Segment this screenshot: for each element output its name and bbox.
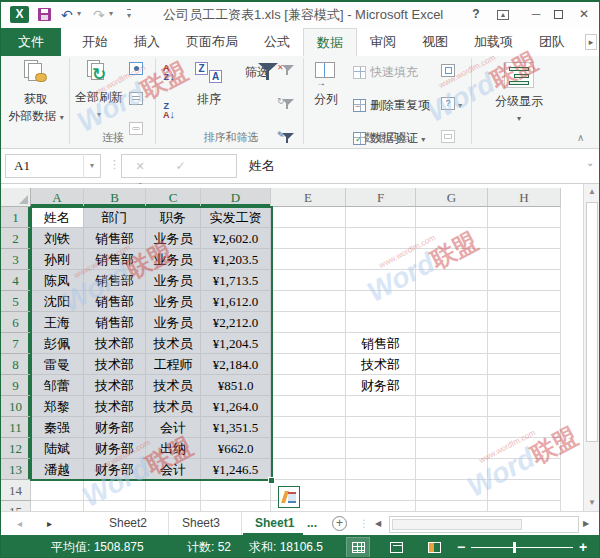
cell-H3[interactable] xyxy=(488,249,561,270)
row-header-7[interactable]: 7 xyxy=(1,333,31,354)
zoom-in-button[interactable]: + xyxy=(579,535,587,558)
ribbon-display-options-icon[interactable]: ▲ xyxy=(497,10,509,20)
cell-E12[interactable] xyxy=(271,438,346,459)
cell-E10[interactable] xyxy=(271,396,346,417)
ribbon-tab-8[interactable]: 加载项 xyxy=(461,28,526,56)
vertical-scrollbar[interactable]: ▲ ▼ xyxy=(583,184,599,511)
cell-F5[interactable] xyxy=(346,291,416,312)
sheet-nav-next-icon[interactable]: ▸ xyxy=(47,512,52,536)
row-header-2[interactable]: 2 xyxy=(1,228,31,249)
cell-D2[interactable]: ¥2,602.0 xyxy=(201,228,271,249)
column-header-C[interactable]: C xyxy=(146,188,201,207)
page-break-view-button[interactable] xyxy=(423,538,445,557)
cell-H4[interactable] xyxy=(488,270,561,291)
cell-D7[interactable]: ¥1,204.5 xyxy=(201,333,271,354)
cell-C7[interactable]: 技术员 xyxy=(146,333,201,354)
formula-bar-splitter[interactable]: ⋮ xyxy=(109,158,120,171)
row-header-14[interactable]: 14 xyxy=(1,480,31,501)
cell-A6[interactable]: 王海 xyxy=(31,312,84,333)
hscroll-left-icon[interactable]: ◀ xyxy=(375,512,381,536)
row-header-3[interactable]: 3 xyxy=(1,249,31,270)
horizontal-scrollbar[interactable] xyxy=(389,516,579,533)
cell-A8[interactable]: 雷曼 xyxy=(31,354,84,375)
flash-fill-button[interactable]: 快速填充 xyxy=(353,64,418,81)
cell-F12[interactable] xyxy=(346,438,416,459)
cell-B13[interactable]: 财务部 xyxy=(84,459,146,480)
cell-E1[interactable] xyxy=(271,207,346,228)
cell-F11[interactable] xyxy=(346,417,416,438)
sort-descending-button[interactable]: ZA↓ xyxy=(163,102,175,121)
row-header-1[interactable]: 1 xyxy=(1,207,31,228)
cell-G8[interactable] xyxy=(416,354,488,375)
cell-F9[interactable]: 财务部 xyxy=(346,375,416,396)
zoom-slider-thumb[interactable] xyxy=(513,542,516,553)
redo-icon[interactable]: ↷ xyxy=(93,2,105,28)
cell-H8[interactable] xyxy=(488,354,561,375)
sheet-tab-active[interactable]: Sheet1 xyxy=(243,512,303,535)
cell-C9[interactable]: 技术员 xyxy=(146,375,201,396)
page-layout-view-button[interactable] xyxy=(385,538,407,557)
zoom-out-button[interactable]: − xyxy=(457,535,465,558)
cell-G15[interactable] xyxy=(416,501,488,511)
enter-icon[interactable]: ✓ xyxy=(162,155,198,177)
column-header-F[interactable]: F xyxy=(346,188,416,207)
cell-E5[interactable] xyxy=(271,291,346,312)
cell-A2[interactable]: 刘铁 xyxy=(31,228,84,249)
cell-D5[interactable]: ¥1,612.0 xyxy=(201,291,271,312)
close-button[interactable]: ✕ xyxy=(575,2,593,26)
get-external-data-button[interactable]: 获取 外部数据 ▾ xyxy=(7,60,65,125)
cell-A5[interactable]: 沈阳 xyxy=(31,291,84,312)
sheet-nav-prev-icon[interactable]: ◂ xyxy=(17,512,22,536)
cell-B7[interactable]: 技术部 xyxy=(84,333,146,354)
cell-D12[interactable]: ¥662.0 xyxy=(201,438,271,459)
column-header-D[interactable]: D xyxy=(201,188,271,207)
cell-A3[interactable]: 孙刚 xyxy=(31,249,84,270)
cell-H9[interactable] xyxy=(488,375,561,396)
cell-C5[interactable]: 业务员 xyxy=(146,291,201,312)
cell-E8[interactable] xyxy=(271,354,346,375)
cell-D9[interactable]: ¥851.0 xyxy=(201,375,271,396)
row-header-4[interactable]: 4 xyxy=(1,270,31,291)
cell-H15[interactable] xyxy=(488,501,561,511)
cell-H10[interactable] xyxy=(488,396,561,417)
ribbon-tab-5[interactable]: 数据 xyxy=(303,28,357,56)
cell-G14[interactable] xyxy=(416,480,488,501)
cell-B12[interactable]: 财务部 xyxy=(84,438,146,459)
new-sheet-button[interactable]: + xyxy=(332,516,347,531)
minimize-button[interactable]: ─ xyxy=(527,2,545,26)
cell-C3[interactable]: 业务员 xyxy=(146,249,201,270)
expand-formula-bar-icon[interactable]: ⌄ xyxy=(586,157,594,168)
cell-D4[interactable]: ¥1,713.5 xyxy=(201,270,271,291)
cell-C8[interactable]: 工程师 xyxy=(146,354,201,375)
cell-D10[interactable]: ¥1,264.0 xyxy=(201,396,271,417)
cell-G3[interactable] xyxy=(416,249,488,270)
row-header-13[interactable]: 13 xyxy=(1,459,31,480)
cell-A10[interactable]: 郑黎 xyxy=(31,396,84,417)
cell-C6[interactable]: 业务员 xyxy=(146,312,201,333)
row-header-8[interactable]: 8 xyxy=(1,354,31,375)
undo-dropdown-icon[interactable]: ▾ xyxy=(77,9,81,18)
cell-F10[interactable] xyxy=(346,396,416,417)
sort-ascending-button[interactable]: AZ↓ xyxy=(163,64,175,83)
column-header-G[interactable]: G xyxy=(416,188,488,207)
cell-D14[interactable] xyxy=(201,480,271,501)
formula-bar-value[interactable]: 姓名 xyxy=(249,154,275,178)
cell-A1[interactable]: 姓名 xyxy=(31,207,84,228)
column-header-E[interactable]: E xyxy=(271,188,346,207)
excel-logo-icon[interactable]: X xyxy=(10,6,29,23)
column-header-H[interactable]: H xyxy=(488,188,561,207)
cell-E13[interactable] xyxy=(271,459,346,480)
row-header-10[interactable]: 10 xyxy=(1,396,31,417)
cell-B5[interactable]: 销售部 xyxy=(84,291,146,312)
cell-C12[interactable]: 出纳 xyxy=(146,438,201,459)
customize-qat-icon[interactable]: ▾ xyxy=(127,9,131,20)
row-header-5[interactable]: 5 xyxy=(1,291,31,312)
cell-F3[interactable] xyxy=(346,249,416,270)
cell-F13[interactable] xyxy=(346,459,416,480)
cell-F15[interactable] xyxy=(346,501,416,511)
ribbon-tab-2[interactable]: 插入 xyxy=(121,28,173,56)
cell-C10[interactable]: 技术员 xyxy=(146,396,201,417)
cancel-icon[interactable]: ✕ xyxy=(122,155,158,177)
column-header-A[interactable]: A xyxy=(31,188,84,207)
undo-icon[interactable]: ↶ xyxy=(61,2,73,28)
